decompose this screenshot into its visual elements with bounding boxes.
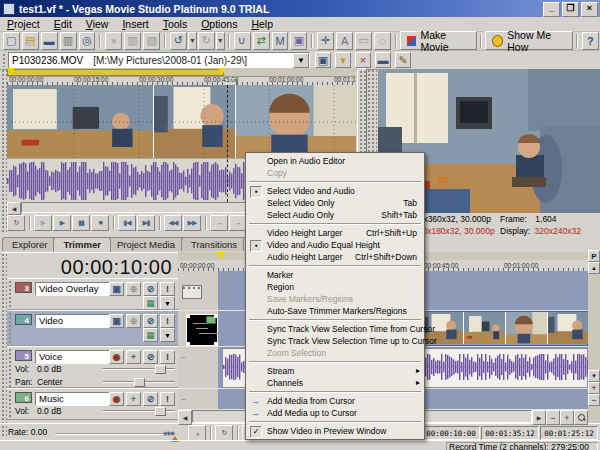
- show-me-how-button[interactable]: Show Me How: [485, 31, 573, 50]
- track-header-voice[interactable]: 5Voice◉+⊘!Vol:0.0 dBPan:Center: [7, 346, 178, 388]
- menu-item-sync-track-view-selection-time-up-to-cursor[interactable]: Sync Track View Selection Time up to Cur…: [247, 335, 423, 347]
- track-name-field[interactable]: Video: [35, 314, 118, 328]
- next-frame-icon[interactable]: ▶▮: [137, 215, 155, 231]
- volume-value[interactable]: 0.0 dB: [37, 406, 71, 416]
- ignore-event-grouping-icon[interactable]: ▣: [290, 32, 307, 50]
- record-icon[interactable]: ●: [188, 425, 206, 441]
- snapping-icon[interactable]: ∪: [234, 32, 251, 50]
- record-arm-icon[interactable]: ◉: [109, 350, 124, 364]
- marker-tool-button[interactable]: P: [588, 250, 600, 262]
- project-properties-icon[interactable]: ▥: [60, 32, 77, 50]
- normal-edit-tool-icon[interactable]: ✛: [317, 32, 334, 50]
- volume-slider-thumb[interactable]: [155, 365, 166, 374]
- menu-item-add-media-up-to-cursor[interactable]: →Add Media up to Cursor: [247, 407, 423, 419]
- rate-slider[interactable]: ◆◆◆: [55, 433, 170, 435]
- new-project-icon[interactable]: ▢: [3, 32, 20, 50]
- previous-frame-icon[interactable]: ▮◀: [118, 215, 136, 231]
- tab-trimmer[interactable]: Trimmer: [53, 237, 111, 252]
- minimize-button[interactable]: _: [543, 2, 560, 17]
- whats-this-icon[interactable]: ?: [582, 32, 599, 50]
- menu-item-auto-save-trimmer-markers-regions[interactable]: Auto-Save Trimmer Markers/Regions: [247, 305, 423, 317]
- scroll-right-icon[interactable]: ▶: [532, 410, 546, 425]
- track-panel-grip[interactable]: [0, 252, 7, 437]
- menu-item-channels[interactable]: Channels▸: [247, 377, 423, 389]
- track-name-field[interactable]: Voice: [35, 350, 118, 364]
- track-header-video-overlay[interactable]: 3Video Overlay▣⊕⊘!▦▼: [7, 278, 178, 310]
- menu-item-video-height-larger[interactable]: Video Height LargerCtrl+Shift+Up: [247, 227, 423, 239]
- menu-item-select-video-only[interactable]: Select Video OnlyTab: [247, 197, 423, 209]
- track-name-field[interactable]: Music: [35, 392, 118, 406]
- play-icon[interactable]: ▶: [53, 215, 71, 231]
- trimmer-media-combo[interactable]: P1030236.MOV [M:\My Pictures\2008-01 (Ja…: [8, 52, 310, 69]
- zoom-out-icon[interactable]: −: [546, 410, 560, 425]
- track-grip[interactable]: [7, 347, 13, 387]
- insert-effect-icon[interactable]: +: [126, 392, 141, 406]
- timeline-vertical-scrollbar[interactable]: P ▲ ▼ + −: [588, 250, 600, 423]
- volume-value[interactable]: 0.0 dB: [37, 364, 71, 374]
- track-height-minus-icon[interactable]: −: [588, 394, 600, 406]
- volume-slider-thumb[interactable]: [155, 407, 166, 416]
- pause-icon[interactable]: ▮▮: [72, 215, 90, 231]
- menu-item-audio-height-larger[interactable]: Audio Height LargerCtrl+Shift+Down: [247, 251, 423, 263]
- track-grip[interactable]: [7, 279, 13, 309]
- menu-item-select-video-and-audio[interactable]: ●Select Video and Audio: [247, 185, 423, 197]
- restore-button[interactable]: ❐: [562, 2, 579, 17]
- publish-project-icon[interactable]: ◎: [79, 32, 96, 50]
- menu-options[interactable]: Options: [194, 18, 244, 30]
- scroll-down-icon[interactable]: ▼: [588, 370, 600, 382]
- camera-icon[interactable]: ▦: [143, 328, 158, 342]
- track-header-music[interactable]: 6Music◉+⊘!Vol:0.0 dB: [7, 388, 178, 420]
- camera-icon[interactable]: ▦: [143, 296, 158, 310]
- stop-icon[interactable]: ■: [91, 215, 109, 231]
- video-clip-thumbnails[interactable]: [420, 311, 588, 346]
- loop-icon[interactable]: ↻: [215, 425, 233, 441]
- redo-icon[interactable]: ↻: [198, 32, 215, 50]
- loop-icon[interactable]: ↻: [7, 215, 25, 231]
- zoom-tool-icon[interactable]: [574, 410, 588, 425]
- fast-forward-icon[interactable]: ▶▶: [183, 215, 201, 231]
- mute-icon[interactable]: ⊘: [143, 392, 158, 406]
- project-media-icon[interactable]: ▣: [315, 52, 331, 68]
- media-fx-icon[interactable]: ✎: [395, 52, 411, 68]
- menu-item-marker[interactable]: Marker: [247, 269, 423, 281]
- tab-transitions[interactable]: Transitions: [181, 237, 247, 251]
- selection-end-marker-icon[interactable]: [218, 68, 226, 75]
- lock-envelopes-icon[interactable]: M: [272, 32, 289, 50]
- selection-edit-tool-icon[interactable]: ▭: [355, 32, 372, 50]
- solo-icon[interactable]: !: [160, 350, 175, 364]
- down-arrow-icon[interactable]: ▼: [160, 296, 175, 310]
- scroll-left-icon[interactable]: ◀: [178, 410, 192, 425]
- cut-icon[interactable]: ×: [105, 32, 122, 50]
- make-movie-button[interactable]: Make Movie: [400, 31, 477, 50]
- clip-handle[interactable]: [214, 315, 217, 318]
- menu-help[interactable]: Help: [244, 18, 280, 30]
- play-all-icon[interactable]: ▶: [34, 215, 52, 231]
- track-name-field[interactable]: Video Overlay: [35, 282, 118, 296]
- menu-item-sync-track-view-selection-time-from-cursor[interactable]: Sync Track View Selection Time from Curs…: [247, 323, 423, 335]
- selection-length-field[interactable]: 00:01:25:12: [540, 426, 598, 440]
- track-compositing-icon[interactable]: ⊕: [126, 282, 141, 296]
- pan-slider[interactable]: [103, 381, 175, 383]
- save-media-icon[interactable]: ▬: [375, 52, 391, 68]
- clip-handle[interactable]: [187, 315, 190, 318]
- undo-icon[interactable]: ↺: [170, 32, 187, 50]
- save-project-icon[interactable]: ▬: [41, 32, 58, 50]
- trimmer-grip[interactable]: [0, 68, 7, 232]
- remove-media-icon[interactable]: ×: [355, 52, 371, 68]
- menu-item-add-media-from-cursor[interactable]: →Add Media from Cursor: [247, 395, 423, 407]
- selection-end-field[interactable]: 00:01:35:12: [481, 426, 539, 440]
- menu-tools[interactable]: Tools: [156, 18, 195, 30]
- combo-dropdown-icon[interactable]: ▼: [293, 53, 309, 68]
- tab-explorer[interactable]: Explorer: [2, 237, 57, 251]
- clip-handle[interactable]: [214, 342, 217, 345]
- menu-item-show-video-in-preview-window[interactable]: ✓Show Video in Preview Window: [247, 425, 423, 437]
- solo-icon[interactable]: !: [160, 314, 175, 328]
- timeline-marker-icon[interactable]: [217, 252, 225, 259]
- copy-icon[interactable]: ▥: [124, 32, 141, 50]
- paste-icon[interactable]: ▧: [143, 32, 160, 50]
- track-grip[interactable]: [7, 389, 13, 419]
- toolbar-grip[interactable]: [1, 52, 6, 67]
- undo-dropdown-icon[interactable]: ▼: [188, 32, 197, 50]
- menu-item-video-and-audio-equal-height[interactable]: ●Video and Audio Equal Height: [247, 239, 423, 251]
- track-fx-icon[interactable]: ▣: [109, 282, 124, 296]
